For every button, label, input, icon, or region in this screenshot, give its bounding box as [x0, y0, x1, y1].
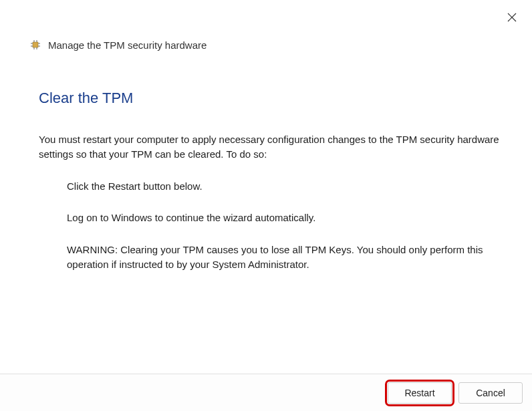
instruction-step-1: Click the Restart button below. [67, 179, 505, 194]
content-heading: Clear the TPM [39, 90, 505, 107]
instruction-list: Click the Restart button below. Log on t… [39, 179, 505, 272]
dialog-footer: Restart Cancel [0, 374, 532, 411]
tpm-chip-icon [29, 39, 41, 51]
cancel-button[interactable]: Cancel [458, 382, 523, 404]
content-description: You must restart your computer to apply … [39, 132, 505, 162]
dialog-header: Manage the TPM security hardware [0, 0, 532, 51]
dialog-content: Clear the TPM You must restart your comp… [0, 51, 532, 272]
dialog-title: Manage the TPM security hardware [48, 39, 207, 51]
instruction-step-2: Log on to Windows to continue the wizard… [67, 211, 505, 225]
close-icon [507, 12, 517, 23]
svg-rect-2 [33, 42, 38, 47]
close-button[interactable] [504, 9, 520, 25]
instruction-warning: WARNING: Clearing your TPM causes you to… [67, 243, 505, 272]
restart-button[interactable]: Restart [388, 382, 452, 404]
